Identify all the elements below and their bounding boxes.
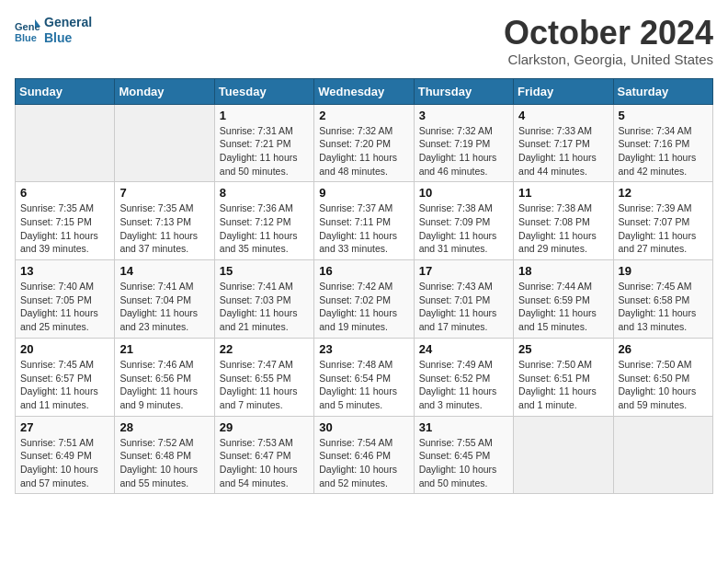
day-number: 25 xyxy=(518,342,608,356)
day-info: Sunrise: 7:38 AM Sunset: 7:08 PM Dayligh… xyxy=(518,201,608,256)
day-number: 31 xyxy=(419,420,508,434)
calendar-cell: 15Sunrise: 7:41 AM Sunset: 7:03 PM Dayli… xyxy=(214,260,313,339)
calendar-cell xyxy=(514,416,613,494)
day-info: Sunrise: 7:36 AM Sunset: 7:12 PM Dayligh… xyxy=(220,201,309,256)
header-sunday: Sunday xyxy=(16,78,115,104)
day-number: 27 xyxy=(20,420,109,434)
day-info: Sunrise: 7:45 AM Sunset: 6:57 PM Dayligh… xyxy=(20,358,109,412)
day-info: Sunrise: 7:46 AM Sunset: 6:56 PM Dayligh… xyxy=(119,358,209,412)
day-info: Sunrise: 7:40 AM Sunset: 7:05 PM Dayligh… xyxy=(20,280,109,334)
day-info: Sunrise: 7:35 AM Sunset: 7:13 PM Dayligh… xyxy=(119,201,209,256)
day-number: 15 xyxy=(220,264,309,278)
day-number: 21 xyxy=(119,342,209,356)
day-info: Sunrise: 7:32 AM Sunset: 7:19 PM Dayligh… xyxy=(419,124,508,178)
day-number: 20 xyxy=(20,342,109,356)
day-info: Sunrise: 7:35 AM Sunset: 7:15 PM Dayligh… xyxy=(20,201,109,256)
day-number: 11 xyxy=(518,186,608,200)
day-info: Sunrise: 7:55 AM Sunset: 6:45 PM Dayligh… xyxy=(419,436,508,490)
week-row-4: 20Sunrise: 7:45 AM Sunset: 6:57 PM Dayli… xyxy=(16,338,713,416)
day-info: Sunrise: 7:53 AM Sunset: 6:47 PM Dayligh… xyxy=(220,436,309,490)
calendar-cell: 12Sunrise: 7:39 AM Sunset: 7:07 PM Dayli… xyxy=(613,182,712,260)
day-number: 19 xyxy=(619,264,708,278)
day-info: Sunrise: 7:32 AM Sunset: 7:20 PM Dayligh… xyxy=(319,124,408,178)
calendar-cell: 19Sunrise: 7:45 AM Sunset: 6:58 PM Dayli… xyxy=(613,260,712,339)
day-number: 24 xyxy=(419,342,508,356)
week-row-3: 13Sunrise: 7:40 AM Sunset: 7:05 PM Dayli… xyxy=(16,260,713,339)
day-number: 9 xyxy=(319,186,408,200)
location-subtitle: Clarkston, Georgia, United States xyxy=(504,52,713,67)
calendar-cell: 2Sunrise: 7:32 AM Sunset: 7:20 PM Daylig… xyxy=(314,104,414,182)
calendar-cell: 26Sunrise: 7:50 AM Sunset: 6:50 PM Dayli… xyxy=(613,338,712,416)
logo-line1: General xyxy=(44,15,92,30)
day-info: Sunrise: 7:48 AM Sunset: 6:54 PM Dayligh… xyxy=(319,358,408,412)
day-number: 17 xyxy=(419,264,508,278)
calendar-cell: 29Sunrise: 7:53 AM Sunset: 6:47 PM Dayli… xyxy=(214,416,313,494)
day-number: 3 xyxy=(419,109,508,122)
calendar-cell: 8Sunrise: 7:36 AM Sunset: 7:12 PM Daylig… xyxy=(214,182,313,260)
day-info: Sunrise: 7:49 AM Sunset: 6:52 PM Dayligh… xyxy=(419,358,508,412)
calendar-cell: 30Sunrise: 7:54 AM Sunset: 6:46 PM Dayli… xyxy=(314,416,414,494)
day-info: Sunrise: 7:33 AM Sunset: 7:17 PM Dayligh… xyxy=(518,124,608,178)
day-number: 14 xyxy=(119,264,209,278)
calendar-cell: 16Sunrise: 7:42 AM Sunset: 7:02 PM Dayli… xyxy=(314,260,414,339)
day-number: 4 xyxy=(518,109,608,122)
header-wednesday: Wednesday xyxy=(314,78,414,104)
calendar-cell: 28Sunrise: 7:52 AM Sunset: 6:48 PM Dayli… xyxy=(115,416,214,494)
calendar-cell: 24Sunrise: 7:49 AM Sunset: 6:52 PM Dayli… xyxy=(414,338,513,416)
calendar-cell: 7Sunrise: 7:35 AM Sunset: 7:13 PM Daylig… xyxy=(115,182,214,260)
calendar-cell: 18Sunrise: 7:44 AM Sunset: 6:59 PM Dayli… xyxy=(514,260,613,339)
day-number: 23 xyxy=(319,342,408,356)
calendar-cell: 21Sunrise: 7:46 AM Sunset: 6:56 PM Dayli… xyxy=(115,338,214,416)
calendar-header-row: SundayMondayTuesdayWednesdayThursdayFrid… xyxy=(16,78,713,104)
day-number: 8 xyxy=(220,186,309,200)
week-row-1: 1Sunrise: 7:31 AM Sunset: 7:21 PM Daylig… xyxy=(16,104,713,182)
day-number: 6 xyxy=(20,186,109,200)
day-info: Sunrise: 7:37 AM Sunset: 7:11 PM Dayligh… xyxy=(319,201,408,256)
day-number: 30 xyxy=(319,420,408,434)
day-info: Sunrise: 7:52 AM Sunset: 6:48 PM Dayligh… xyxy=(119,436,209,490)
day-info: Sunrise: 7:41 AM Sunset: 7:03 PM Dayligh… xyxy=(220,280,309,334)
logo-icon: General Blue xyxy=(15,17,40,43)
title-block: October 2024 Clarkston, Georgia, United … xyxy=(504,15,713,67)
calendar-cell: 6Sunrise: 7:35 AM Sunset: 7:15 PM Daylig… xyxy=(16,182,115,260)
calendar-cell: 9Sunrise: 7:37 AM Sunset: 7:11 PM Daylig… xyxy=(314,182,414,260)
day-number: 26 xyxy=(619,342,708,356)
calendar-cell: 13Sunrise: 7:40 AM Sunset: 7:05 PM Dayli… xyxy=(16,260,115,339)
calendar-table: SundayMondayTuesdayWednesdayThursdayFrid… xyxy=(15,78,713,495)
day-number: 28 xyxy=(119,420,209,434)
header-monday: Monday xyxy=(115,78,214,104)
logo: General Blue General Blue xyxy=(15,15,92,46)
day-info: Sunrise: 7:50 AM Sunset: 6:50 PM Dayligh… xyxy=(619,358,708,412)
day-info: Sunrise: 7:34 AM Sunset: 7:16 PM Dayligh… xyxy=(619,124,708,178)
day-info: Sunrise: 7:39 AM Sunset: 7:07 PM Dayligh… xyxy=(619,201,708,256)
calendar-cell: 5Sunrise: 7:34 AM Sunset: 7:16 PM Daylig… xyxy=(613,104,712,182)
day-info: Sunrise: 7:50 AM Sunset: 6:51 PM Dayligh… xyxy=(518,358,608,412)
day-number: 2 xyxy=(319,109,408,122)
day-info: Sunrise: 7:43 AM Sunset: 7:01 PM Dayligh… xyxy=(419,280,508,334)
calendar-cell: 20Sunrise: 7:45 AM Sunset: 6:57 PM Dayli… xyxy=(16,338,115,416)
day-number: 10 xyxy=(419,186,508,200)
day-number: 12 xyxy=(619,186,708,200)
calendar-cell: 17Sunrise: 7:43 AM Sunset: 7:01 PM Dayli… xyxy=(414,260,513,339)
svg-text:Blue: Blue xyxy=(15,32,37,43)
day-info: Sunrise: 7:31 AM Sunset: 7:21 PM Dayligh… xyxy=(220,124,309,178)
header-saturday: Saturday xyxy=(613,78,712,104)
calendar-cell: 1Sunrise: 7:31 AM Sunset: 7:21 PM Daylig… xyxy=(214,104,313,182)
day-info: Sunrise: 7:47 AM Sunset: 6:55 PM Dayligh… xyxy=(220,358,309,412)
day-number: 5 xyxy=(619,109,708,122)
calendar-cell: 22Sunrise: 7:47 AM Sunset: 6:55 PM Dayli… xyxy=(214,338,313,416)
day-info: Sunrise: 7:42 AM Sunset: 7:02 PM Dayligh… xyxy=(319,280,408,334)
header-thursday: Thursday xyxy=(414,78,513,104)
day-number: 22 xyxy=(220,342,309,356)
day-info: Sunrise: 7:38 AM Sunset: 7:09 PM Dayligh… xyxy=(419,201,508,256)
week-row-2: 6Sunrise: 7:35 AM Sunset: 7:15 PM Daylig… xyxy=(16,182,713,260)
calendar-cell: 3Sunrise: 7:32 AM Sunset: 7:19 PM Daylig… xyxy=(414,104,513,182)
day-number: 1 xyxy=(220,109,309,122)
day-number: 16 xyxy=(319,264,408,278)
calendar-cell: 27Sunrise: 7:51 AM Sunset: 6:49 PM Dayli… xyxy=(16,416,115,494)
header-tuesday: Tuesday xyxy=(214,78,313,104)
logo-line2: Blue xyxy=(44,30,92,46)
calendar-cell xyxy=(115,104,214,182)
day-number: 7 xyxy=(119,186,209,200)
calendar-cell xyxy=(613,416,712,494)
